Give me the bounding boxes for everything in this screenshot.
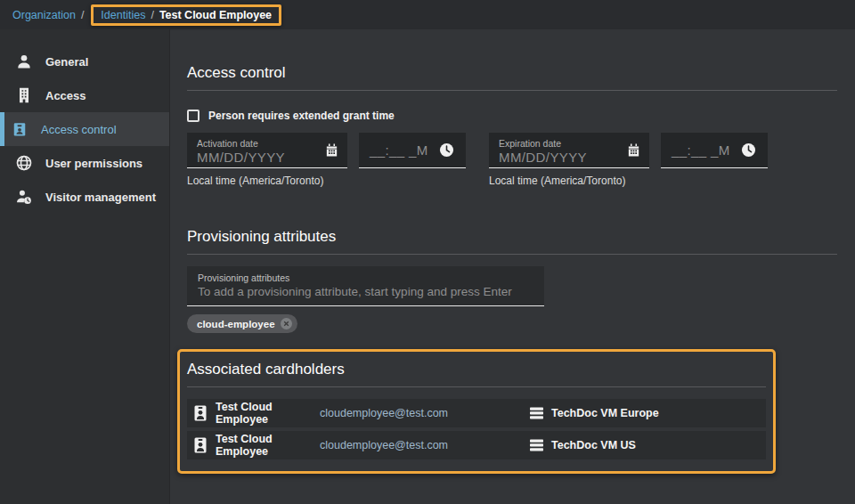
id-badge-icon — [11, 120, 28, 138]
cardholder-badge-icon — [194, 437, 207, 453]
breadcrumb-identities[interactable]: Identities — [101, 9, 145, 21]
breadcrumb: Organization / Identities / Test Cloud E… — [0, 0, 855, 29]
clock-icon[interactable] — [438, 142, 455, 159]
provisioning-input[interactable] — [198, 285, 533, 298]
cardholder-name: Test Cloud Employee — [216, 401, 320, 426]
cardholder-name: Test Cloud Employee — [216, 433, 320, 458]
server-icon — [530, 439, 543, 451]
main-content: Access control Person requires extended … — [170, 29, 855, 504]
expiration-timezone-note: Local time (America/Toronto) — [489, 175, 649, 187]
activation-date-group: Activation date MM/DD/YYYY Local time (A… — [187, 133, 347, 187]
sidebar-item-general[interactable]: General — [0, 45, 169, 78]
calendar-icon[interactable] — [626, 142, 641, 158]
cardholder-row[interactable]: Test Cloud Employee cloudemployee@test.c… — [187, 399, 766, 427]
breadcrumb-separator: / — [81, 9, 84, 21]
expiration-date-placeholder: MM/DD/YYYY — [499, 150, 640, 165]
sidebar-item-access-control[interactable]: Access control — [0, 112, 169, 146]
sidebar-item-label: General — [45, 55, 88, 69]
highlight-box-breadcrumb: Identities / Test Cloud Employee — [91, 4, 281, 26]
globe-icon — [15, 154, 33, 172]
breadcrumb-separator: / — [151, 9, 153, 21]
cardholder-email-link[interactable]: cloudemployee@test.com — [320, 439, 448, 451]
expiration-date-label: Expiration date — [499, 138, 640, 149]
sidebar-item-visitor-management[interactable]: Visitor management — [0, 180, 169, 214]
provisioning-attributes-field[interactable]: Provisioning attributes — [187, 266, 544, 306]
expiration-date-field[interactable]: Expiration date MM/DD/YYYY — [489, 133, 649, 168]
expiration-time-field[interactable]: __:__ _M — [661, 133, 768, 168]
cardholder-badge-icon — [194, 405, 207, 421]
expiration-time-placeholder: __:__ _M — [672, 142, 730, 158]
sidebar-item-access[interactable]: Access — [0, 78, 169, 112]
sidebar-item-label: Access — [45, 89, 86, 102]
breadcrumb-current-page: Test Cloud Employee — [159, 9, 272, 21]
visitor-clock-icon — [15, 188, 33, 206]
identity-details-page: Organization / Identities / Test Cloud E… — [0, 0, 855, 504]
cardholders-section-title: Associated cardholders — [187, 361, 766, 387]
extended-grant-time-label: Person requires extended grant time — [208, 110, 395, 122]
attribute-chip: cloud-employee — [187, 314, 297, 333]
activation-time-field[interactable]: __:__ _M — [359, 133, 466, 168]
extended-grant-time-checkbox[interactable] — [187, 110, 200, 122]
calendar-icon[interactable] — [324, 142, 339, 158]
date-time-fields-row: Activation date MM/DD/YYYY Local time (A… — [187, 133, 837, 187]
cardholder-system-name: TechDoc VM Europe — [551, 407, 659, 419]
cardholder-email-link[interactable]: cloudemployee@test.com — [320, 407, 448, 419]
chip-remove-icon[interactable] — [281, 318, 292, 329]
cardholder-system: TechDoc VM Europe — [530, 407, 759, 419]
attribute-chip-label: cloud-employee — [197, 319, 275, 329]
cardholder-system-name: TechDoc VM US — [551, 439, 636, 451]
sidebar-item-label: User permissions — [45, 157, 142, 170]
activation-date-label: Activation date — [197, 138, 338, 149]
cardholder-system: TechDoc VM US — [530, 439, 759, 451]
activation-time-placeholder: __:__ _M — [370, 142, 428, 158]
sidebar: General Access Access control — [0, 29, 170, 504]
activation-timezone-note: Local time (America/Toronto) — [187, 175, 347, 187]
provisioning-input-label: Provisioning attributes — [198, 272, 533, 283]
access-control-section-title: Access control — [187, 64, 837, 91]
sidebar-item-user-permissions[interactable]: User permissions — [0, 146, 169, 180]
breadcrumb-organization[interactable]: Organization — [12, 9, 76, 21]
expiration-date-group: Expiration date MM/DD/YYYY Local time (A… — [489, 133, 649, 187]
activation-date-placeholder: MM/DD/YYYY — [197, 150, 338, 165]
highlight-box-cardholders: Associated cardholders Test Cloud Employ… — [177, 349, 776, 474]
cardholder-row[interactable]: Test Cloud Employee cloudemployee@test.c… — [187, 431, 766, 459]
sidebar-item-label: Visitor management — [45, 191, 156, 204]
extended-grant-time-checkbox-row[interactable]: Person requires extended grant time — [187, 110, 837, 122]
person-icon — [15, 53, 33, 70]
provisioning-chips: cloud-employee — [187, 314, 837, 333]
provisioning-section-title: Provisioning attributes — [187, 228, 837, 255]
sidebar-item-label: Access control — [41, 123, 117, 136]
clock-icon[interactable] — [740, 142, 757, 159]
server-icon — [530, 407, 543, 419]
building-icon — [15, 86, 33, 104]
activation-date-field[interactable]: Activation date MM/DD/YYYY — [187, 133, 347, 168]
